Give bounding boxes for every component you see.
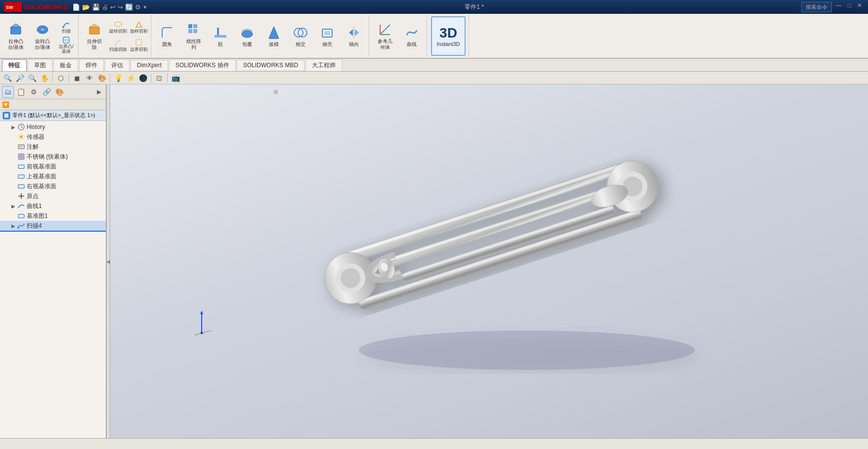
solidworks-logo: SW SOLIDWORKS: [4, 2, 68, 12]
boundary-cut-btn[interactable]: 边界切割: [129, 36, 149, 54]
linear-pattern-btn[interactable]: 线性阵 列: [181, 16, 207, 56]
3d-model-view: [304, 138, 749, 385]
search-command-btn[interactable]: 搜索命令: [801, 2, 832, 12]
cut-stack2: 放样切割 边界切割: [129, 18, 149, 54]
tree-item-annotations[interactable]: ▶ 注解: [0, 142, 106, 152]
intersect-btn[interactable]: 相交: [288, 16, 313, 56]
redo-icon[interactable]: ↪: [118, 3, 123, 11]
sensors-icon: [17, 132, 26, 141]
tree-item-curve1[interactable]: ▶ 曲线1: [0, 201, 106, 211]
tree-item-front-plane[interactable]: ▶ 前视基准面: [0, 162, 106, 171]
shadows-icon[interactable]: 🌑: [137, 73, 148, 83]
tab-sketch[interactable]: 草图: [28, 59, 52, 71]
realview-icon[interactable]: ⚡: [125, 73, 136, 83]
svg-point-52: [17, 227, 19, 229]
svg-rect-26: [324, 31, 330, 35]
origin-icon: [17, 192, 26, 201]
svg-point-7: [62, 26, 64, 28]
tab-dachengshi[interactable]: 大工程师: [305, 59, 342, 71]
config-manager-tab[interactable]: ⚙: [28, 86, 40, 98]
svg-point-21: [242, 31, 253, 38]
tab-weldments[interactable]: 焊件: [79, 59, 104, 71]
print-icon[interactable]: 🖨: [102, 3, 108, 11]
feature-manager-tab[interactable]: 🗂: [2, 86, 14, 98]
svg-marker-29: [355, 29, 359, 36]
reference-group: 参考几 何体 曲线: [370, 15, 427, 57]
open-doc-icon[interactable]: 📂: [82, 3, 90, 11]
tab-features[interactable]: 特征: [2, 59, 27, 71]
view-orient-icon[interactable]: ⬡: [55, 73, 66, 83]
tree-item-right-plane[interactable]: ▶ 右视基准面: [0, 181, 106, 191]
revolved-boss-btn[interactable]: 旋转凸 台/基体: [30, 16, 55, 56]
sweep4-arrow-icon: ▶: [10, 222, 17, 229]
history-label: History: [27, 123, 45, 130]
minimize-icon[interactable]: —: [834, 2, 844, 12]
svg-marker-11: [89, 24, 99, 27]
fillet-btn[interactable]: 圆角: [154, 16, 180, 56]
appearance-manager-tab[interactable]: 🎨: [53, 86, 65, 98]
reference-geometry-btn[interactable]: 参考几 何体: [372, 16, 398, 56]
undo-icon[interactable]: ↩: [110, 3, 116, 11]
save-icon[interactable]: 💾: [92, 3, 100, 11]
instant3d-btn[interactable]: 3D Instant3D: [431, 16, 466, 56]
boundary-boss-btn[interactable]: 边界凸/基体: [56, 36, 76, 54]
svg-marker-72: [200, 311, 203, 314]
history-icon: [17, 122, 26, 131]
tree-item-sensors[interactable]: ▶ 传感器: [0, 132, 106, 142]
extruded-boss-btn[interactable]: 拉伸凸 台/基体: [3, 16, 29, 56]
tab-sw-mbd[interactable]: SOLIDWORKS MBD: [237, 60, 304, 70]
sweep-cut-btn[interactable]: 扫描切除: [108, 36, 128, 54]
revolved-cut-btn[interactable]: 旋转切割: [108, 18, 128, 36]
loft-cut-btn[interactable]: 放样切割: [129, 18, 149, 36]
rib-btn[interactable]: 筋: [208, 16, 233, 56]
maximize-icon[interactable]: □: [846, 2, 853, 12]
selection-indicator: [0, 231, 106, 232]
tree-item-top-plane[interactable]: ▶ 上视基准面: [0, 171, 106, 181]
tab-dimxpert[interactable]: DimXpert: [130, 60, 168, 70]
viewport[interactable]: [110, 84, 868, 438]
wrap-btn[interactable]: 包覆: [234, 16, 260, 56]
rebuild-icon[interactable]: 🔄: [125, 3, 133, 11]
tree-root-item[interactable]: 零件1 (默认<<默认>_显示状态 1>): [0, 110, 106, 121]
apply-scene-icon[interactable]: 💡: [113, 73, 124, 83]
camera-icon[interactable]: 📺: [170, 73, 181, 83]
tab-evaluate[interactable]: 评估: [105, 59, 130, 71]
annotations-icon: [17, 142, 26, 151]
tree-item-origin[interactable]: ▶ 原点: [0, 191, 106, 201]
edit-appearance-icon[interactable]: 🎨: [96, 73, 107, 83]
section-view-icon[interactable]: 🔍: [27, 73, 38, 83]
options-icon[interactable]: ⚙: [135, 3, 141, 11]
sweep-boss-btn[interactable]: 扫描: [56, 18, 76, 36]
property-manager-tab[interactable]: 📋: [15, 86, 27, 98]
tree-item-sweep4[interactable]: ▶ 扫描4: [0, 221, 106, 231]
sketch1-label: 基准图1: [27, 212, 48, 220]
panel-collapse-handle[interactable]: ◀: [106, 84, 110, 438]
tab-bar: 特征 草图 板金 焊件 评估 DimXpert SOLIDWORKS 插件 SO…: [0, 59, 868, 72]
zoom-to-fit-icon[interactable]: 🔍: [2, 73, 13, 83]
dropdown-arrow-icon[interactable]: ▼: [143, 4, 148, 10]
link-manager-tab[interactable]: 🔗: [41, 86, 52, 98]
display-style-icon[interactable]: ◼: [72, 73, 83, 83]
right-plane-icon: [17, 182, 26, 191]
draft-btn[interactable]: 拔模: [261, 16, 287, 56]
svg-point-53: [359, 330, 695, 370]
extruded-cut-btn[interactable]: 拉伸切 除: [82, 16, 107, 56]
expand-panel-icon[interactable]: ▶: [94, 86, 104, 98]
close-icon[interactable]: ✕: [855, 2, 864, 12]
section-view2-icon[interactable]: ⊡: [154, 73, 165, 83]
svg-rect-15: [188, 24, 192, 28]
tree-item-history[interactable]: ▶ History: [0, 122, 106, 132]
shell-btn[interactable]: 抽壳: [314, 16, 340, 56]
zoom-in-icon[interactable]: 🔎: [14, 73, 25, 83]
curves-btn[interactable]: 曲线: [399, 16, 425, 56]
tree-item-material[interactable]: ▶ 不锈钢 (快素体): [0, 152, 106, 162]
new-doc-icon[interactable]: 📄: [72, 3, 80, 11]
pan-icon[interactable]: ✋: [39, 73, 50, 83]
hide-show-icon[interactable]: 👁: [84, 73, 95, 83]
tab-sheet-metal[interactable]: 板金: [53, 59, 78, 71]
tree-item-sketch1[interactable]: ▶ 基准图1: [0, 211, 106, 221]
svg-rect-17: [188, 29, 192, 33]
mirror-btn[interactable]: 镜向: [341, 16, 367, 56]
tab-sw-addins[interactable]: SOLIDWORKS 插件: [169, 59, 236, 71]
sensors-label: 传感器: [27, 133, 44, 141]
